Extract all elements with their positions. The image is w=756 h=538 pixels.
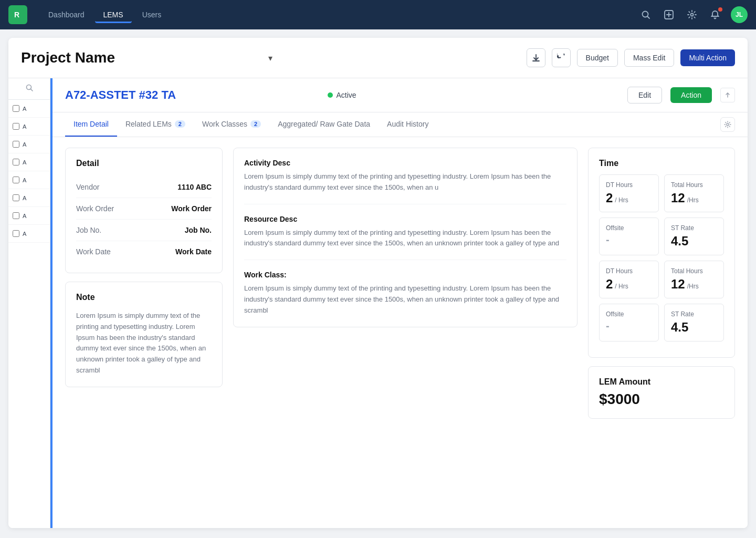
collapse-button[interactable] [720, 88, 735, 102]
list-item-label: A [23, 159, 26, 165]
resource-desc-text: Lorem Ipsum is simply dummy text of the … [244, 227, 566, 250]
work-order-value: Work Order [171, 204, 212, 213]
offsite-label-2: Offsite [606, 311, 652, 318]
st-rate-value-1: 4.5 [671, 234, 688, 249]
list-search-icon[interactable] [25, 84, 34, 94]
work-class-text: Lorem Ipsum is simply dummy text of the … [244, 283, 566, 316]
tab-item-detail[interactable]: Item Detail [65, 112, 117, 137]
related-lems-badge: 2 [175, 120, 185, 128]
list-item[interactable]: A [8, 153, 50, 171]
tab-bar: Item Detail Related LEMs 2 Work Classes … [52, 112, 748, 137]
left-panel: A A A A A A A [8, 78, 50, 528]
job-no-row: Job No. Job No. [76, 220, 212, 241]
job-no-value: Job No. [185, 226, 212, 234]
list-item-checkbox[interactable] [13, 230, 19, 237]
top-navigation: R Dashboard LEMS Users JL [0, 0, 756, 29]
app-logo[interactable]: R [8, 5, 27, 24]
tab-audit-history[interactable]: Audit History [379, 112, 437, 137]
list-item[interactable]: A [8, 171, 50, 189]
detail-card: Detail Vendor 1110 ABC Work Order Work O… [65, 148, 223, 273]
list-search-area [8, 78, 50, 100]
refresh-button[interactable] [552, 48, 571, 67]
nav-dashboard[interactable]: Dashboard [40, 6, 93, 23]
list-item-label: A [23, 123, 26, 130]
nav-users[interactable]: Users [134, 6, 170, 23]
detail-content: Detail Vendor 1110 ABC Work Order Work O… [52, 137, 748, 528]
dt-hours-label-1: DT Hours [606, 181, 652, 189]
note-card-title: Note [76, 293, 212, 302]
tab-work-classes[interactable]: Work Classes 2 [194, 112, 269, 137]
svg-point-2 [643, 12, 648, 17]
offsite-cell-1: Offsite - [599, 218, 659, 255]
dt-hours-cell-1: DT Hours 2 / Hrs [599, 174, 659, 212]
list-item[interactable]: A [8, 189, 50, 207]
list-item[interactable]: A [8, 136, 50, 153]
tab-aggregated-raw[interactable]: Aggregated/ Raw Gate Data [269, 112, 379, 137]
list-item-checkbox[interactable] [13, 105, 19, 112]
work-date-value: Work Date [175, 247, 212, 256]
vendor-label: Vendor [76, 183, 99, 191]
dt-hours-cell-2: DT Hours 2 / Hrs [599, 261, 659, 298]
list-item[interactable]: A [8, 118, 50, 136]
vendor-value: 1110 ABC [177, 183, 212, 191]
time-card: Time DT Hours 2 / Hrs Tota [588, 148, 735, 358]
st-rate-label-1: ST Rate [671, 224, 717, 232]
st-rate-cell-2: ST Rate 4.5 [664, 304, 724, 342]
work-date-label: Work Date [76, 247, 111, 256]
status-badge: Active [328, 91, 356, 99]
budget-button[interactable]: Budget [577, 49, 618, 67]
nav-links: Dashboard LEMS Users [40, 6, 638, 23]
lem-amount-card: LEM Amount $3000 [588, 366, 735, 419]
list-item-checkbox[interactable] [13, 123, 19, 130]
search-icon[interactable] [638, 7, 653, 22]
svg-point-7 [691, 14, 694, 16]
list-item-checkbox[interactable] [13, 212, 19, 219]
st-rate-cell-1: ST Rate 4.5 [664, 218, 724, 255]
work-date-row: Work Date Work Date [76, 241, 212, 262]
list-item-label: A [23, 141, 26, 148]
user-avatar[interactable]: JL [731, 6, 748, 23]
detail-card-title: Detail [76, 159, 212, 168]
dt-hours-value-1: 2 [606, 191, 613, 205]
tab-related-lems[interactable]: Related LEMs 2 [117, 112, 194, 137]
list-item-checkbox[interactable] [13, 141, 19, 148]
item-title: A72-ASSTET #32 TA [65, 88, 319, 102]
list-item-checkbox[interactable] [13, 177, 19, 183]
multi-action-button[interactable]: Multi Action [680, 49, 735, 66]
bell-icon[interactable] [708, 7, 722, 22]
list-item[interactable]: A [8, 207, 50, 225]
mass-edit-button[interactable]: Mass Edit [624, 49, 674, 67]
offsite-cell-2: Offsite - [599, 304, 659, 342]
list-item[interactable]: A [8, 100, 50, 118]
offsite-value-2: - [606, 320, 610, 332]
activity-desc-section: Activity Desc Lorem Ipsum is simply dumm… [244, 159, 566, 193]
list-item-label: A [23, 213, 26, 219]
dt-hours-unit-2: / Hrs [615, 283, 628, 290]
download-button[interactable] [527, 48, 545, 67]
main-layout: A A A A A A A [8, 78, 748, 528]
tabs-settings-icon[interactable] [720, 117, 735, 132]
list-item-label: A [23, 177, 26, 183]
svg-line-11 [30, 89, 33, 91]
st-rate-label-2: ST Rate [671, 311, 717, 318]
page-header: Project Name ▾ Budget Mass Edit Multi Ac… [8, 38, 748, 78]
dt-hours-unit-1: / Hrs [615, 196, 628, 204]
nav-lems[interactable]: LEMS [95, 6, 132, 23]
time-group-4: Offsite - ST Rate 4.5 [599, 304, 724, 342]
gear-icon[interactable] [685, 7, 699, 22]
page-title-chevron-icon[interactable]: ▾ [268, 53, 272, 63]
notification-dot [718, 7, 722, 12]
description-card: Activity Desc Lorem Ipsum is simply dumm… [233, 148, 578, 327]
list-item-checkbox[interactable] [13, 194, 19, 201]
nav-icons: JL [638, 6, 748, 23]
activity-desc-title: Activity Desc [244, 159, 566, 167]
total-hours-value-1: 12 [671, 191, 685, 205]
list-item-checkbox[interactable] [13, 159, 19, 165]
list-item[interactable]: A [8, 225, 50, 243]
note-card: Note Lorem Ipsum is simply dummy text of… [65, 282, 223, 387]
edit-button[interactable]: Edit [627, 87, 662, 104]
total-hours-value-2: 12 [671, 277, 685, 292]
total-hours-unit-1: /Hrs [687, 196, 699, 204]
add-icon[interactable] [662, 7, 676, 22]
action-button[interactable]: Action [670, 87, 712, 103]
